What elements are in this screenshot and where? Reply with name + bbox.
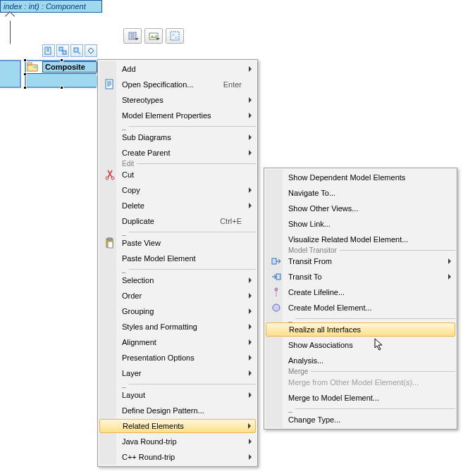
- menu-item-cut[interactable]: Cut: [99, 167, 256, 182]
- menu-label: Java Round-trip: [118, 437, 242, 446]
- menu-item-show-link[interactable]: Show Link...: [266, 216, 455, 232]
- resize-handle[interactable]: [23, 73, 27, 76]
- resize-handle[interactable]: [23, 58, 27, 62]
- menu-label: Layer: [118, 369, 242, 377]
- menu-item-merge-to-model-element[interactable]: Merge to Model Element...: [266, 390, 455, 406]
- toolbar-btn-3[interactable]: [166, 28, 184, 44]
- menu-item-paste-model-element[interactable]: Paste Model Element: [99, 251, 256, 266]
- mini-btn-1[interactable]: [42, 44, 55, 57]
- config-icon: [128, 31, 137, 41]
- menu-label: Show Link...: [284, 220, 441, 228]
- menu-label: Open Specification...: [118, 80, 216, 89]
- svg-point-22: [275, 288, 278, 291]
- mini-btn-4[interactable]: [85, 44, 97, 57]
- menu-label: Order: [118, 292, 242, 300]
- menu-item-sub-diagrams[interactable]: Sub Diagrams: [99, 130, 256, 145]
- menu-item-styles-and-formatting[interactable]: Styles and Formatting: [99, 319, 256, 334]
- menu-item-related-elements[interactable]: Related Elements: [99, 419, 256, 433]
- left-partial-box: [0, 60, 21, 88]
- package-icon: [27, 62, 39, 72]
- menu-item-delete[interactable]: Delete: [99, 198, 256, 213]
- svg-rect-18: [108, 238, 111, 240]
- menu-label: Show Other Views...: [284, 204, 441, 213]
- toolbar-btn-2[interactable]: [144, 28, 163, 44]
- resize-handle[interactable]: [23, 86, 27, 89]
- menu-item-c-round-trip[interactable]: C++ Round-trip: [99, 449, 256, 465]
- menu-item-selection[interactable]: Selection: [99, 273, 256, 288]
- menu-label: C++ Round-trip: [118, 453, 242, 461]
- mini-btn-2[interactable]: [56, 44, 69, 57]
- menu-item-change-type[interactable]: Change Type...: [266, 412, 455, 427]
- menu-label: Cut: [118, 170, 242, 179]
- svg-rect-4: [129, 32, 132, 39]
- mini-btn-3[interactable]: [70, 44, 83, 57]
- menu-item-alignment[interactable]: Alignment: [99, 334, 256, 350]
- svg-rect-1: [27, 63, 32, 65]
- menu-item-define-design-pattern[interactable]: Define Design Pattern...: [99, 403, 256, 418]
- menu-label: Selection: [118, 276, 242, 284]
- menu-item-show-associations[interactable]: Show Associations: [266, 337, 455, 353]
- menu-label: Add: [118, 65, 242, 73]
- menu-item-create-parent[interactable]: Create Parent: [99, 145, 256, 161]
- composite-body: [27, 73, 97, 87]
- menu-item-open-specification[interactable]: Open Specification...Enter: [99, 77, 256, 92]
- menu-item-order[interactable]: Order: [99, 288, 256, 303]
- menu-item-duplicate[interactable]: DuplicateCtrl+E: [99, 213, 256, 229]
- menu-item-add[interactable]: Add: [99, 61, 256, 77]
- resize-handle[interactable]: [60, 86, 63, 89]
- svg-point-15: [106, 177, 109, 180]
- menu-item-show-other-views[interactable]: Show Other Views...: [266, 201, 455, 216]
- menu-label: Delete: [118, 201, 242, 210]
- menu-label: Change Type...: [284, 415, 441, 424]
- menu-label: Show Associations: [284, 341, 441, 349]
- menu-label: Create Lifeline...: [284, 288, 441, 296]
- expand-icon: [87, 46, 95, 55]
- element-mini-toolbar: [42, 44, 97, 57]
- menu-group-label: _: [285, 315, 295, 322]
- menu-item-show-dependent-model-elements[interactable]: Show Dependent Model Elements: [266, 170, 455, 185]
- menu-item-transit-to[interactable]: Transit To: [266, 269, 455, 284]
- menu-label: Realize all Interfaces: [285, 325, 440, 334]
- assoc-icon: [58, 46, 67, 55]
- menu-separator: _: [285, 315, 455, 322]
- menu-item-visualize-related-model-element[interactable]: Visualize Related Model Element...: [266, 232, 455, 247]
- menu-item-model-element-properties[interactable]: Model Element Properties: [99, 108, 256, 123]
- menu-item-presentation-options[interactable]: Presentation Options: [99, 350, 256, 365]
- menu-label: Create Model Element...: [284, 303, 441, 312]
- menu-item-layer[interactable]: Layer: [99, 365, 256, 381]
- menu-item-transit-from[interactable]: Transit From: [266, 253, 455, 269]
- doc-icon: [44, 46, 53, 55]
- menu-item-paste-view[interactable]: Paste View: [99, 235, 256, 251]
- menu-label: Layout: [118, 391, 242, 399]
- menu-separator: _: [119, 266, 256, 273]
- menu-label: Create Parent: [118, 149, 242, 157]
- uml-operation-box: index : int) : Component: [0, 0, 102, 13]
- menu-item-grouping[interactable]: Grouping: [99, 303, 256, 319]
- group-select-icon: [170, 31, 180, 41]
- svg-point-23: [273, 304, 280, 311]
- picture-icon: [149, 31, 159, 41]
- menu-label: Copy: [118, 186, 242, 194]
- menu-label: Merge to Model Element...: [284, 394, 441, 402]
- menu-item-java-round-trip[interactable]: Java Round-trip: [99, 434, 256, 449]
- transit-from-icon: [268, 256, 284, 267]
- menu-separator: Model Transitor: [285, 247, 455, 253]
- menu-item-analysis[interactable]: Analysis...: [266, 353, 455, 368]
- spec-icon: [102, 79, 118, 90]
- menu-item-create-model-element[interactable]: Create Model Element...: [266, 300, 455, 315]
- menu-item-layout[interactable]: Layout: [99, 387, 256, 403]
- composite-title[interactable]: Composite: [42, 61, 97, 73]
- menu-item-create-lifeline[interactable]: Create Lifeline...: [266, 284, 455, 300]
- menu-item-navigate-to[interactable]: Navigate To...: [266, 185, 455, 201]
- menu-label: Visualize Related Model Element...: [284, 235, 441, 244]
- menu-label: Stereotypes: [118, 96, 242, 104]
- menu-item-realize-all-interfaces[interactable]: Realize all Interfaces: [266, 322, 455, 337]
- menu-item-stereotypes[interactable]: Stereotypes: [99, 92, 256, 108]
- resize-handle[interactable]: [60, 58, 63, 62]
- svg-rect-5: [133, 32, 136, 39]
- toolbar-btn-1[interactable]: [123, 28, 142, 44]
- generalization-arrow: [5, 11, 15, 21]
- svg-rect-11: [59, 47, 63, 51]
- menu-item-copy[interactable]: Copy: [99, 182, 256, 198]
- svg-rect-3: [32, 67, 34, 68]
